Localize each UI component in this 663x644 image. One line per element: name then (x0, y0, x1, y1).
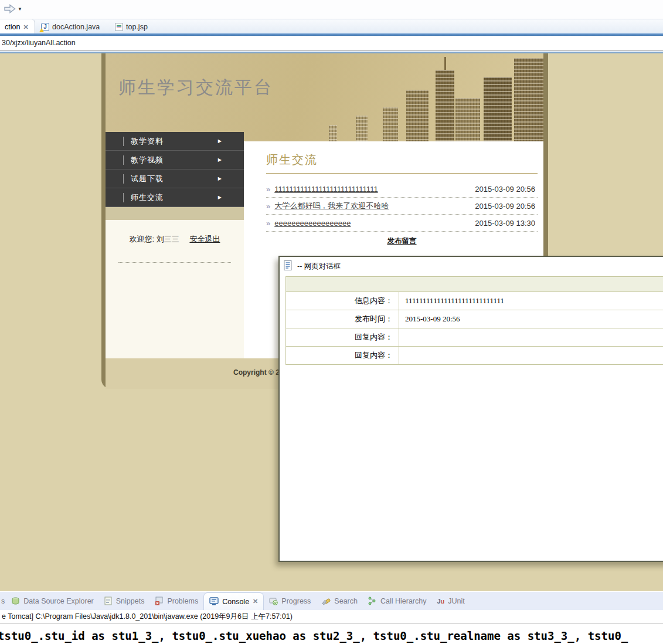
row-label: 回复内容： (286, 328, 399, 347)
sidebar-item-label: 教学视频 (131, 155, 164, 165)
browser-viewport: 师生学习交流平台 师生交流 » 111111111111111111111111… (0, 52, 663, 591)
progress-icon (269, 597, 278, 605)
post-line: 发布留言 (266, 235, 538, 246)
java-file-icon: J (41, 23, 49, 31)
copyright-text: Copyright © 2 (233, 368, 280, 377)
message-link[interactable]: 1111111111111111111111111111 (274, 185, 378, 194)
row-value (399, 347, 663, 365)
console-view[interactable]: e Tomcat] C:\Program Files\Java\jdk1.8.0… (0, 610, 663, 644)
sidebar-menu: 教学资料 ▶ 教学视频 ▶ 试题下载 ▶ 师生交流 ▶ (106, 132, 244, 207)
dialog-table: 信息内容： 1111111111111111111111111111 发布时间：… (285, 276, 663, 365)
table-header-row (286, 277, 663, 292)
section-title: 师生交流 (266, 152, 538, 174)
list-item: » 1111111111111111111111111111 2015-03-0… (266, 181, 538, 198)
building (484, 77, 512, 141)
table-row: 信息内容： 1111111111111111111111111111 (286, 292, 663, 310)
tab-label: Data Source Explorer (23, 597, 94, 605)
building (455, 98, 480, 141)
tab-label: Console (222, 598, 249, 606)
console-process-line: e Tomcat] C:\Program Files\Java\jdk1.8.0… (2, 612, 293, 622)
tab-label: Search (334, 597, 358, 605)
tab-call-hierarchy[interactable]: Call Hierarchy (363, 592, 432, 611)
bullet-icon: » (266, 219, 270, 228)
tab-docaction-label: docAction.java (52, 23, 100, 31)
building (436, 70, 454, 141)
console-icon (209, 597, 219, 606)
jsp-file-icon (115, 23, 123, 31)
building (329, 125, 337, 141)
sidebar-item-teaching-materials[interactable]: 教学资料 ▶ (106, 132, 244, 151)
building (383, 107, 398, 141)
ide-window: ▼ ction ✕ J docAction.java top.jsp 30/xj… (0, 0, 663, 644)
welcome-user: 刘三三 (157, 235, 179, 243)
post-message-link[interactable]: 发布留言 (387, 237, 417, 245)
dialog-titlebar[interactable]: -- 网页对话框 (280, 257, 663, 274)
table-row: 回复内容： (286, 328, 663, 347)
database-icon (11, 597, 20, 605)
row-label: 发布时间： (286, 310, 399, 328)
chevron-right-icon: ▶ (218, 138, 222, 144)
view-tabbar: s Data Source Explorer (0, 591, 663, 610)
table-row: 发布时间： 2015-03-09 20:56 (286, 310, 663, 328)
building (356, 116, 368, 141)
tab-action[interactable]: ction ✕ (0, 19, 35, 35)
tab-label: Progress (281, 597, 311, 605)
tab-snippets[interactable]: Snippets (99, 592, 150, 611)
tab-search[interactable]: Search (316, 592, 363, 611)
dialog-title: -- 网页对话框 (297, 262, 341, 272)
sidebar-panel: 欢迎您: 刘三三 安全退出 (106, 220, 244, 358)
tab-junit[interactable]: Ju JUnit (431, 592, 470, 611)
sidebar-strip (106, 207, 244, 220)
tab-docaction-java[interactable]: J docAction.java (36, 19, 104, 35)
warning-overlay-icon (39, 28, 44, 32)
tab-data-source-explorer[interactable]: Data Source Explorer (6, 592, 99, 611)
bottom-panel: s Data Source Explorer (0, 591, 663, 644)
sidebar-item-teaching-videos[interactable]: 教学视频 ▶ (106, 151, 244, 170)
url-text: 30/xjzx/liuyanAll.action (2, 39, 76, 47)
message-date: 2015-03-09 13:30 (475, 219, 538, 228)
chevron-right-icon: ▶ (218, 176, 222, 181)
close-icon[interactable]: ✕ (23, 23, 28, 31)
tab-problems[interactable]: Problems (149, 592, 203, 611)
message-link[interactable]: 大学么都好吗，我来了欢迎不哈哈 (274, 201, 389, 211)
menu-tick (123, 193, 124, 202)
browser-toolbar: ▼ (0, 0, 663, 19)
message-date: 2015-03-09 20:56 (475, 185, 538, 194)
tab-console[interactable]: Console ✕ (203, 592, 264, 611)
sidebar-item-teacher-student-exchange[interactable]: 师生交流 ▶ (106, 188, 244, 207)
sidebar-item-label: 试题下载 (131, 174, 164, 184)
document-icon (284, 260, 293, 270)
tab-label: JUnit (448, 597, 464, 605)
menu-tick (123, 137, 124, 146)
row-label: 回复内容： (286, 347, 399, 365)
junit-icon: Ju (437, 598, 444, 605)
close-icon[interactable]: ✕ (253, 598, 258, 605)
snippets-icon (104, 596, 113, 605)
tab-action-label: ction (5, 23, 20, 31)
list-item: » 大学么都好吗，我来了欢迎不哈哈 2015-03-09 20:56 (266, 198, 538, 215)
tab-topjsp-label: top.jsp (126, 23, 148, 31)
message-date: 2015-03-09 20:56 (475, 202, 538, 211)
message-link[interactable]: eeeeeeeeeeeeeeeeee (274, 219, 351, 228)
chevron-right-icon: ▶ (218, 195, 222, 200)
logout-link[interactable]: 安全退出 (189, 235, 220, 243)
url-bar[interactable]: 30/xjzx/liuyanAll.action (0, 36, 663, 51)
row-value (399, 328, 663, 347)
web-dialog: -- 网页对话框 信息内容： 1111111111111111111111111… (278, 256, 663, 562)
list-item: » eeeeeeeeeeeeeeeeee 2015-03-09 13:30 (266, 215, 538, 232)
welcome-line: 欢迎您: 刘三三 安全退出 (106, 234, 244, 245)
forward-dropdown-icon[interactable]: ▼ (18, 6, 22, 12)
tab-top-jsp[interactable]: top.jsp (110, 19, 152, 35)
welcome-prefix: 欢迎您: (130, 235, 157, 243)
problems-icon (155, 596, 164, 605)
site-title: 师生学习交流平台 (118, 76, 273, 100)
chevron-right-icon: ▶ (218, 157, 222, 162)
sidebar-item-exam-downloads[interactable]: 试题下载 ▶ (106, 170, 244, 188)
forward-icon[interactable] (4, 3, 16, 15)
flashlight-icon (321, 596, 331, 605)
tab-progress[interactable]: Progress (264, 592, 316, 611)
partial-tab-label[interactable]: s (1, 597, 6, 605)
tab-label: Call Hierarchy (380, 597, 427, 605)
menu-tick (123, 155, 124, 165)
building (406, 90, 429, 141)
